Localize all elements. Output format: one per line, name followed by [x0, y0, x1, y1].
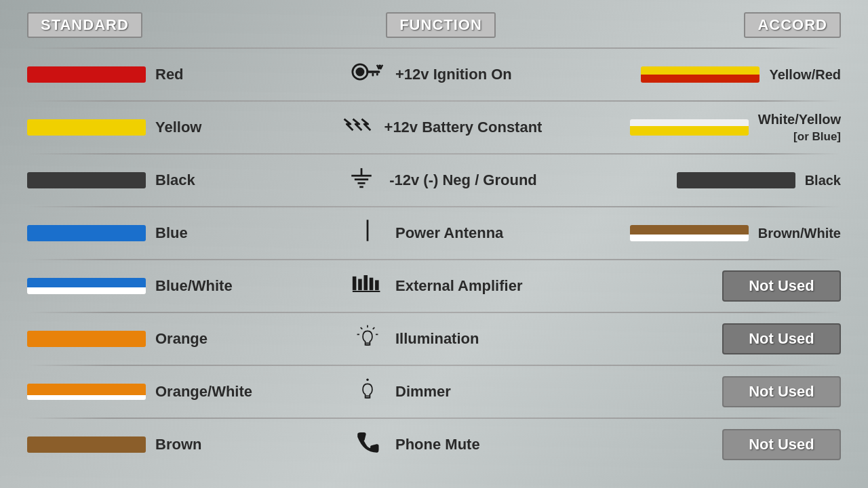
divider-0: [27, 47, 841, 49]
wire-swatch-black: [27, 172, 146, 188]
ignition-icon: [351, 60, 384, 89]
accord-cell-red: Yellow/Red: [624, 66, 841, 83]
wire-cell-blue-white: Blue/White: [27, 277, 258, 295]
not-used-badge: Not Used: [722, 323, 841, 354]
not-used-badge: Not Used: [722, 429, 841, 460]
svg-rect-11: [353, 277, 357, 290]
accord-label-black: Black: [805, 173, 841, 188]
illumination-icon: [351, 324, 384, 354]
table-row: Blue Power Antenna Brown/White: [27, 209, 841, 258]
svg-rect-13: [363, 275, 368, 290]
table-row: Orange/White Dimmer Not Used: [27, 367, 841, 416]
svg-point-1: [355, 68, 364, 77]
accord-swatch-brown-white: [630, 225, 749, 241]
function-header-col: FUNCTION: [258, 12, 624, 38]
accord-swatch-black: [677, 172, 795, 188]
accord-cell-brown: Not Used: [624, 429, 841, 460]
accord-swatch-yellow-red: [641, 66, 760, 83]
accord-cell-yellow: White/Yellow[or Blue]: [624, 111, 841, 144]
wire-cell-blue: Blue: [27, 224, 258, 242]
wire-swatch-yellow: [27, 119, 146, 136]
wire-swatch-blue: [27, 225, 146, 241]
function-text-amplifier: External Amplifier: [395, 277, 531, 295]
function-text-antenna: Power Antenna: [395, 224, 531, 242]
accord-cell-orange: Not Used: [624, 323, 841, 354]
accord-cell-blue-white: Not Used: [624, 270, 841, 302]
function-text-phone: Phone Mute: [395, 436, 531, 453]
function-text-ground: -12v (-) Neg / Ground: [389, 171, 537, 189]
accord-label-red: Yellow/Red: [769, 67, 841, 83]
dimmer-icon: [351, 377, 384, 407]
accord-label-blue: Brown/White: [758, 226, 841, 241]
wire-label-red: Red: [155, 66, 184, 83]
function-cell-amplifier: External Amplifier: [258, 271, 624, 301]
wire-label-blue: Blue: [155, 224, 188, 242]
not-used-badge: Not Used: [722, 376, 841, 407]
not-used-badge: Not Used: [722, 270, 841, 302]
wire-label-yellow: Yellow: [155, 119, 201, 136]
function-text-dimmer: Dimmer: [395, 383, 531, 401]
wire-label-orange: Orange: [155, 330, 208, 348]
svg-rect-12: [358, 279, 362, 291]
main-container: STANDARD FUNCTION ACCORD Red: [0, 0, 868, 488]
table-row: Brown Phone Mute Not Used: [27, 420, 841, 469]
wire-swatch-orange: [27, 331, 146, 347]
svg-rect-2: [366, 70, 380, 73]
svg-rect-14: [370, 278, 374, 290]
wire-swatch-orange-white: [27, 384, 146, 400]
svg-line-20: [361, 327, 363, 329]
wire-label-blue-white: Blue/White: [155, 277, 233, 295]
wire-cell-black: Black: [27, 171, 258, 189]
wire-cell-orange: Orange: [27, 330, 258, 348]
divider-4: [27, 259, 841, 260]
accord-cell-black: Black: [624, 172, 841, 188]
table-row: Orange Illumination: [27, 314, 841, 363]
divider-5: [27, 312, 841, 313]
function-cell-phone: Phone Mute: [258, 430, 624, 460]
wire-cell-brown: Brown: [27, 436, 258, 453]
accord-cell-blue: Brown/White: [624, 225, 841, 241]
amplifier-icon: [351, 271, 384, 301]
svg-rect-15: [375, 280, 379, 290]
standard-header-col: STANDARD: [27, 12, 258, 38]
header-row: STANDARD FUNCTION ACCORD: [27, 7, 841, 46]
wire-label-black: Black: [155, 171, 195, 189]
accord-header: ACCORD: [744, 12, 841, 38]
function-text-illumination: Illumination: [395, 330, 531, 348]
function-cell-illumination: Illumination: [258, 324, 624, 354]
svg-rect-3: [372, 73, 374, 77]
table-row: Blue/White External Amplifier Not Used: [27, 262, 841, 310]
function-cell-dimmer: Dimmer: [258, 377, 624, 407]
wire-cell-yellow: Yellow: [27, 119, 258, 136]
function-cell-battery: +12v Battery Constant: [258, 113, 624, 142]
accord-header-col: ACCORD: [624, 12, 841, 38]
wire-swatch-blue-white: [27, 278, 146, 294]
function-cell-ignition: +12v Ignition On: [258, 60, 624, 89]
battery-icon: [340, 113, 374, 142]
wire-label-orange-white: Orange/White: [155, 383, 252, 401]
antenna-icon: [351, 218, 384, 248]
wire-label-brown: Brown: [155, 436, 201, 453]
accord-label-yellow: White/Yellow[or Blue]: [758, 111, 841, 144]
svg-point-26: [366, 379, 368, 381]
divider-2: [27, 153, 841, 155]
divider-3: [27, 206, 841, 207]
wire-swatch-red: [27, 66, 146, 83]
phone-icon: [351, 430, 384, 460]
table-row: Yellow +12v Battery Constant White/Yello…: [27, 103, 841, 152]
function-cell-ground: -12v (-) Neg / Ground: [258, 165, 624, 195]
svg-line-18: [373, 327, 375, 329]
wire-cell-red: Red: [27, 66, 258, 83]
ground-icon: [344, 165, 378, 195]
table-row: Black -12v (-) Neg / Ground Black: [27, 156, 841, 205]
function-cell-antenna: Power Antenna: [258, 218, 624, 248]
svg-rect-4: [376, 73, 378, 76]
table-row: Red +12v Ignition On: [27, 50, 841, 99]
accord-cell-orange-white: Not Used: [624, 376, 841, 407]
standard-header: STANDARD: [27, 12, 142, 38]
divider-7: [27, 418, 841, 419]
function-text-battery: +12v Battery Constant: [384, 119, 542, 136]
divider-6: [27, 365, 841, 366]
function-text-ignition: +12v Ignition On: [395, 66, 531, 83]
function-header: FUNCTION: [386, 12, 496, 38]
